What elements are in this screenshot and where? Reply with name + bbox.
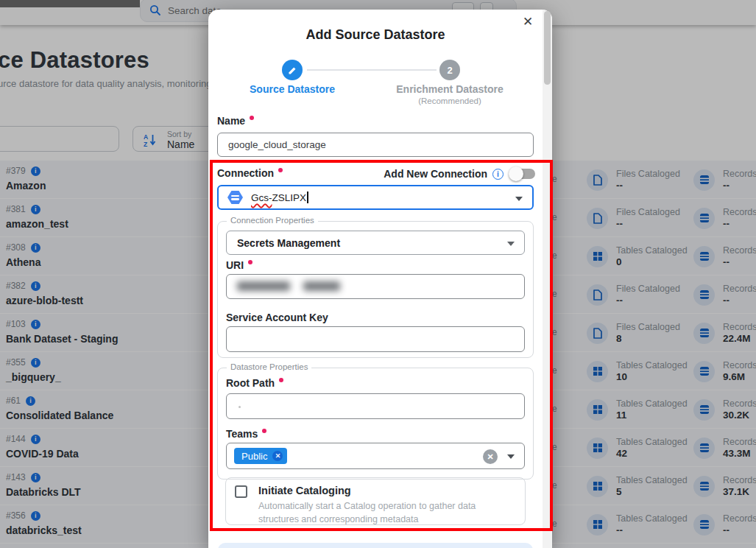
required-dot	[250, 116, 254, 120]
step2-label[interactable]: Enrichment Datastore	[384, 83, 516, 95]
name-label: Name	[217, 115, 254, 127]
step1-label[interactable]: Source Datastore	[226, 83, 358, 95]
app-root: ce Datastores urce datastore for data qu…	[0, 0, 756, 548]
scrollbar-thumb[interactable]	[544, 11, 551, 85]
step2-circle: 2	[439, 60, 460, 80]
step1-pencil-icon	[282, 60, 303, 80]
stepper-connector	[307, 69, 437, 71]
modal-title: Add Source Datastore	[208, 27, 543, 43]
step2-sublabel: (Recommended)	[384, 96, 516, 105]
annotation-highlight-box	[210, 160, 553, 531]
info-alert	[218, 543, 533, 548]
name-input[interactable]: google_cloud_storage	[217, 133, 534, 157]
